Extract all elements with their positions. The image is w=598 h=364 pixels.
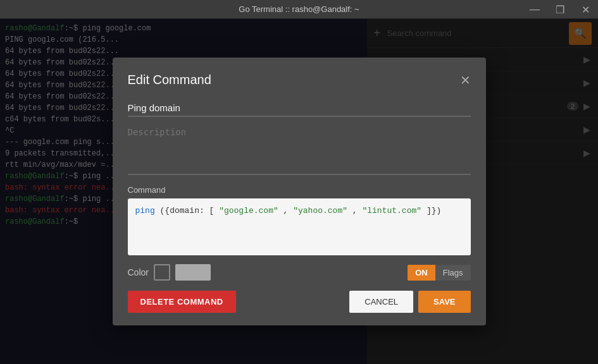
command-editor[interactable]: ping ({domain: [ "google.com" , "yahoo.c… bbox=[128, 198, 471, 255]
flags-section: ON Flags bbox=[408, 265, 470, 281]
delete-command-button[interactable]: DELETE COMMAND bbox=[128, 291, 236, 313]
close-button[interactable]: ✕ bbox=[573, 0, 598, 19]
window-title: Go Terminal :: rasho@Gandalf: ~ bbox=[239, 4, 359, 14]
modal-overlay: Edit Command ✕ Command ping ({domain: [ … bbox=[0, 19, 598, 364]
dialog-title: Edit Command bbox=[128, 73, 211, 87]
titlebar: Go Terminal :: rasho@Gandalf: ~ — ❐ ✕ bbox=[0, 0, 598, 19]
color-section: Color bbox=[128, 264, 211, 281]
dialog-footer-row: Color ON Flags bbox=[128, 264, 471, 281]
toggle-flags-button[interactable]: Flags bbox=[435, 265, 471, 281]
minimize-button[interactable]: — bbox=[522, 0, 547, 19]
cancel-button[interactable]: CANCEL bbox=[349, 291, 413, 313]
dialog-actions: DELETE COMMAND CANCEL SAVE bbox=[128, 291, 471, 313]
description-field-container bbox=[128, 124, 471, 178]
maximize-button[interactable]: ❐ bbox=[547, 0, 573, 19]
description-input[interactable] bbox=[128, 124, 471, 175]
window-controls: — ❐ ✕ bbox=[522, 0, 598, 19]
name-field-container bbox=[128, 100, 471, 117]
cmd-text: ]}) bbox=[427, 206, 441, 215]
command-name-input[interactable] bbox=[128, 100, 471, 117]
cmd-string: "google.com" bbox=[219, 206, 278, 215]
toggle-on-button[interactable]: ON bbox=[408, 265, 435, 281]
cmd-keyword: ping bbox=[135, 206, 155, 215]
cmd-text: , bbox=[352, 206, 363, 215]
right-buttons: CANCEL SAVE bbox=[349, 291, 470, 313]
edit-command-dialog: Edit Command ✕ Command ping ({domain: [ … bbox=[113, 58, 486, 325]
cmd-string: "yahoo.com" bbox=[293, 206, 347, 215]
close-dialog-button[interactable]: ✕ bbox=[460, 74, 471, 87]
color-swatch-gray[interactable] bbox=[175, 264, 211, 281]
cmd-text: , bbox=[283, 206, 294, 215]
color-label: Color bbox=[128, 267, 149, 277]
color-swatch-empty[interactable] bbox=[154, 264, 170, 281]
save-button[interactable]: SAVE bbox=[418, 291, 470, 313]
dialog-header: Edit Command ✕ bbox=[128, 73, 471, 87]
command-label: Command bbox=[128, 185, 471, 195]
cmd-string: "lintut.com" bbox=[362, 206, 421, 215]
cmd-text: ({domain: [ bbox=[160, 206, 220, 215]
